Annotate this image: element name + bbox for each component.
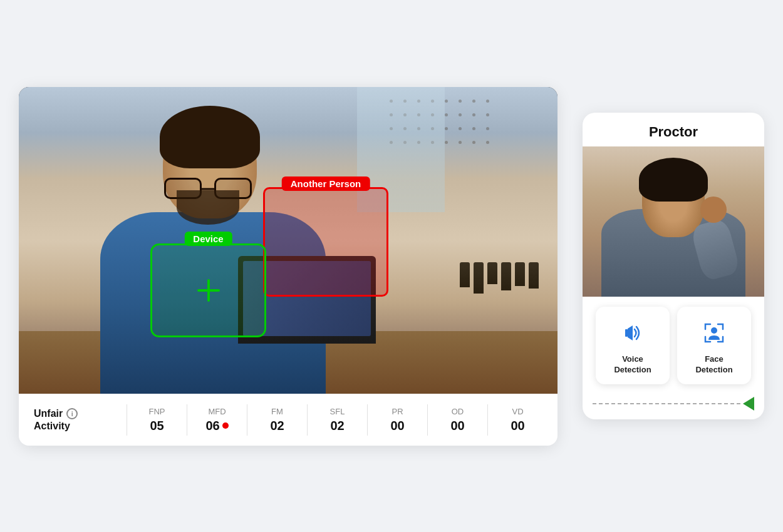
proctor-panel: Proctor Voice xyxy=(583,113,764,419)
stat-sfl-label: SFL xyxy=(330,407,345,416)
stat-mfd-value: 06 xyxy=(205,419,228,433)
stat-vd-value: 00 xyxy=(511,419,524,433)
plus-icon xyxy=(197,279,220,302)
detection-cards: Voice Detection Face Detec xyxy=(583,297,764,394)
red-dot xyxy=(222,422,229,429)
svg-point-2 xyxy=(711,327,717,334)
video-area: Another Person Device xyxy=(19,87,557,394)
stat-fm-label: FM xyxy=(271,407,283,416)
green-arrow-icon xyxy=(743,397,754,411)
voice-detection-label: Voice Detection xyxy=(614,354,651,376)
bottles-decoration xyxy=(460,262,539,294)
glasses-bridge xyxy=(202,188,214,190)
face-detection-card: Face Detection xyxy=(677,307,751,384)
unfair-activity-line2: Activity xyxy=(34,420,70,432)
stats-divider-2 xyxy=(247,404,247,436)
stats-divider-4 xyxy=(367,404,368,436)
stats-divider-0 xyxy=(127,404,127,436)
arrow-area xyxy=(583,394,764,419)
proctor-title: Proctor xyxy=(583,113,764,146)
annotation-another-person: Another Person xyxy=(263,187,388,297)
stat-pr-value: 00 xyxy=(390,419,404,433)
stat-pr-label: PR xyxy=(392,407,403,416)
dashed-line xyxy=(593,403,740,404)
voice-detection-card: Voice Detection xyxy=(596,307,670,384)
stat-fnp: FNP 05 xyxy=(132,407,182,433)
unfair-activity-line1: Unfair xyxy=(34,407,63,419)
stat-fm: FM 02 xyxy=(252,407,302,433)
info-icon[interactable]: i xyxy=(66,408,78,419)
face-detection-label: Face Detection xyxy=(695,354,732,376)
person-hair xyxy=(160,106,260,168)
annotation-device-label: Device xyxy=(184,232,232,246)
stats-divider-3 xyxy=(307,404,308,436)
stats-bar: Unfair i Activity FNP 05 MFD 06 FM 02 SF… xyxy=(19,394,557,446)
stat-fnp-value: 05 xyxy=(150,419,163,433)
stat-od-value: 00 xyxy=(450,419,464,433)
stat-sfl-value: 02 xyxy=(330,419,344,433)
proctor-photo xyxy=(583,146,764,297)
unfair-activity-section: Unfair i Activity xyxy=(34,407,122,431)
face-scan-icon xyxy=(699,318,729,348)
annotation-another-person-label: Another Person xyxy=(282,176,370,191)
stat-sfl: SFL 02 xyxy=(313,407,362,433)
proctor-hair xyxy=(639,158,708,202)
stat-fm-value: 02 xyxy=(270,419,284,433)
stat-pr: PR 00 xyxy=(373,407,422,433)
stat-mfd-label: MFD xyxy=(208,407,226,416)
stats-divider-5 xyxy=(427,404,428,436)
stat-od: OD 00 xyxy=(433,407,482,433)
svg-marker-0 xyxy=(628,325,633,340)
stats-divider-1 xyxy=(187,404,187,436)
main-card: Another Person Device Unfair i Activity … xyxy=(19,87,557,446)
stat-vd: VD 00 xyxy=(493,407,542,433)
stat-fnp-label: FNP xyxy=(149,407,165,416)
svg-rect-1 xyxy=(625,329,628,337)
person-beard xyxy=(177,190,239,225)
stat-od-label: OD xyxy=(452,407,464,416)
proctor-hand-near-face xyxy=(700,197,727,223)
annotation-device: Device xyxy=(150,243,266,337)
volume-icon xyxy=(618,318,648,348)
stat-vd-label: VD xyxy=(512,407,523,416)
stats-divider-6 xyxy=(487,404,488,436)
stat-mfd: MFD 06 xyxy=(192,407,242,433)
